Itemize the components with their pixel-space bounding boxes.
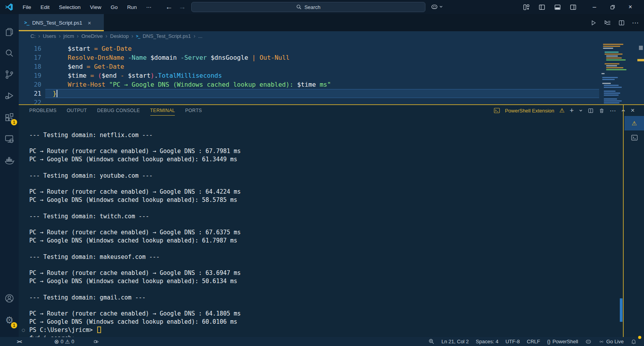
code-line-text: } <box>41 89 57 98</box>
broadcast-icon <box>599 339 604 344</box>
nav-forward-icon[interactable]: → <box>176 0 188 14</box>
screencast-zoom-button[interactable] <box>425 337 438 346</box>
tab-dns-test-script[interactable]: >_ DNS_Test_Script.ps1 × <box>19 14 104 31</box>
new-terminal-button[interactable]: + <box>570 107 574 115</box>
menu-selection[interactable]: Selection <box>54 0 85 14</box>
menu-go[interactable]: Go <box>106 0 123 14</box>
tab-close-icon[interactable]: × <box>88 20 91 26</box>
search-input[interactable]: Search <box>191 2 425 12</box>
language-mode[interactable]: {} PowerShell <box>544 337 582 346</box>
terminal[interactable]: --- Testing domain: netflix.com ---PC → … <box>19 116 624 337</box>
toggle-secondary-sidebar-button[interactable] <box>567 1 579 13</box>
terminal-profile-label[interactable]: PowerShell Extension <box>505 108 554 114</box>
command-decoration-icon[interactable]: ○ <box>22 326 25 334</box>
terminal-line: --- Testing domain: makeuseof.com --- <box>19 253 624 261</box>
breadcrumb-item[interactable]: OneDrive <box>81 33 103 39</box>
sidebar-item-remote-explorer[interactable] <box>0 130 19 148</box>
sidebar-item-docker[interactable] <box>0 152 19 170</box>
minimap[interactable] <box>600 44 630 104</box>
breadcrumb-item[interactable]: C: <box>30 33 36 39</box>
code-editor[interactable]: 16 $start = Get-Date17 Resolve-DnsName -… <box>19 41 644 104</box>
run-file-button[interactable] <box>590 20 597 26</box>
settings-button[interactable]: ⚙ 1 <box>0 311 19 330</box>
line-number: 17 <box>19 53 41 62</box>
minimize-button[interactable]: – <box>585 0 603 14</box>
go-live-button[interactable]: Go Live <box>595 337 627 346</box>
terminal-line: PC → Router (router cache enabled) → Goo… <box>19 188 624 196</box>
menu-more-icon[interactable]: ⋯ <box>141 0 156 14</box>
run-or-debug-button[interactable] <box>604 19 611 27</box>
indentation[interactable]: Spaces: 4 <box>472 337 502 346</box>
warning-count: 0 <box>71 339 74 344</box>
editor-cursor <box>57 90 57 97</box>
split-editor-button[interactable] <box>618 20 625 26</box>
terminal-tab-powershell[interactable] <box>624 130 644 145</box>
minimap-line <box>604 91 616 92</box>
restore-button[interactable] <box>603 0 621 14</box>
terminal-profile-icon <box>494 107 500 114</box>
terminal-profile-dropdown-icon[interactable] <box>579 109 583 112</box>
panel-tab-ports[interactable]: PORTS <box>185 106 202 115</box>
sidebar-item-source-control[interactable] <box>0 65 19 84</box>
minimap-line <box>606 69 626 70</box>
terminal-line <box>19 245 624 253</box>
toggle-panel-button[interactable] <box>551 1 563 13</box>
breadcrumb-item[interactable]: Desktop <box>110 33 129 39</box>
terminal-tab-powershell-extension[interactable]: ⚠ <box>624 116 644 130</box>
cursor-position[interactable]: Ln 21, Col 2 <box>438 337 472 346</box>
notifications-button[interactable] <box>627 337 640 346</box>
terminal-line <box>19 221 624 229</box>
minimap-line <box>605 52 619 53</box>
nav-back-icon[interactable]: ← <box>163 0 175 14</box>
panel-tab-terminal[interactable]: TERMINAL <box>150 106 175 115</box>
sidebar-item-run-debug[interactable] <box>0 86 19 105</box>
panel-header: PROBLEMSOUTPUTDEBUG CONSOLETERMINALPORTS… <box>19 105 644 116</box>
remote-explorer-icon <box>4 134 14 144</box>
accounts-button[interactable] <box>0 289 19 308</box>
terminal-isearch-line: fwd-i-search: _ <box>19 334 624 337</box>
breadcrumb-item[interactable]: jricm <box>63 33 74 39</box>
line-number: 20 <box>19 80 41 89</box>
problems-status[interactable]: ⊗ 0 ⚠ 0 <box>51 337 78 346</box>
terminal-line: PC → Google DNS (Windows cached lookup e… <box>19 318 624 326</box>
panel-tab-debug-console[interactable]: DEBUG CONSOLE <box>97 106 140 115</box>
eol-sequence[interactable]: CRLF <box>523 337 544 346</box>
panel-tab-problems[interactable]: PROBLEMS <box>29 106 57 115</box>
close-panel-icon[interactable]: × <box>631 107 635 114</box>
split-terminal-button[interactable] <box>588 108 594 114</box>
copilot-icon <box>585 338 592 345</box>
more-actions-icon[interactable]: ⋯ <box>632 19 639 27</box>
chevron-down-icon <box>439 5 443 9</box>
sidebar-item-extensions[interactable]: 1 <box>0 108 19 127</box>
breadcrumb-item[interactable]: Users <box>43 33 56 39</box>
terminal-line: PC → Router (router cache enabled) → Goo… <box>19 269 624 277</box>
panel-more-actions-icon[interactable]: ⋯ <box>610 107 616 114</box>
toggle-sidebar-button[interactable] <box>536 1 548 13</box>
sidebar-item-explorer[interactable] <box>0 23 19 41</box>
terminal-line: PC → Google DNS (Windows cached lookup e… <box>19 237 624 245</box>
breadcrumb-file[interactable]: DNS_Test_Script.ps1 <box>142 33 191 39</box>
breadcrumb-tail[interactable]: ... <box>198 33 203 39</box>
error-icon: ⊗ <box>54 338 59 345</box>
kill-terminal-button[interactable] <box>599 108 605 114</box>
debug-status-button[interactable] <box>89 337 103 346</box>
terminal-line: PC → Router (router cache enabled) → Goo… <box>19 147 624 155</box>
remote-indicator[interactable]: >< <box>13 337 25 346</box>
docker-whale-icon <box>4 155 15 166</box>
encoding[interactable]: UTF-8 <box>502 337 523 346</box>
warning-icon: ⚠ <box>632 120 637 127</box>
copilot-status-button[interactable] <box>582 337 595 346</box>
copilot-menu-button[interactable] <box>431 3 443 11</box>
customize-layout-button[interactable] <box>520 1 532 13</box>
terminal-warning-icon[interactable]: ⚠ <box>559 107 564 114</box>
menu-view[interactable]: View <box>85 0 106 14</box>
panel-tab-output[interactable]: OUTPUT <box>67 106 87 115</box>
menu-run[interactable]: Run <box>123 0 142 14</box>
minimap-line <box>600 50 630 51</box>
terminal-scrollbar[interactable] <box>620 298 623 322</box>
close-window-button[interactable]: × <box>621 0 639 14</box>
menu-file[interactable]: File <box>18 0 36 14</box>
sidebar-item-search[interactable] <box>0 44 19 62</box>
copilot-icon <box>431 3 438 11</box>
menu-edit[interactable]: Edit <box>36 0 54 14</box>
